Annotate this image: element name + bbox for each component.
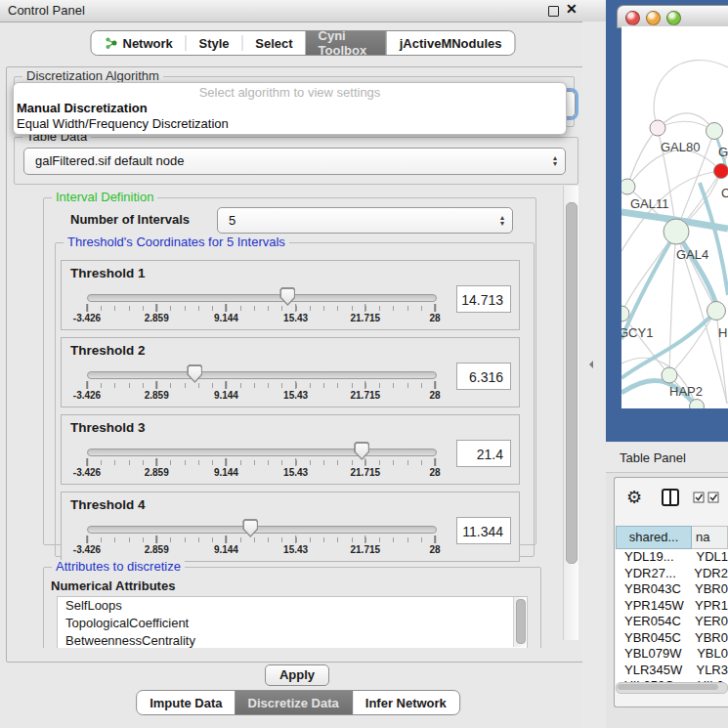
close-traffic-light[interactable] bbox=[625, 11, 640, 25]
network-node[interactable] bbox=[713, 163, 728, 179]
cell-name[interactable]: YER0 bbox=[689, 614, 728, 630]
network-view-canvas[interactable]: GAL80GGAL11CGAL4GCY1HHAP2 bbox=[621, 26, 728, 408]
slider-minor-ticks bbox=[87, 537, 436, 542]
float-window-icon[interactable] bbox=[548, 6, 559, 17]
attribute-list-item[interactable]: TopologicalCoefficient bbox=[58, 615, 527, 632]
slider-track[interactable] bbox=[87, 294, 437, 302]
slider-tick bbox=[155, 304, 157, 312]
close-icon[interactable]: ✕ bbox=[566, 1, 578, 17]
combo-arrows-icon[interactable]: ▴▾ bbox=[553, 149, 557, 174]
cell-shared-name[interactable]: YBR045C bbox=[616, 630, 689, 647]
slider-track[interactable] bbox=[87, 371, 437, 379]
table-row[interactable]: YDL19... YDL1 bbox=[616, 549, 728, 566]
table-row[interactable]: YDR27... YDR2 bbox=[616, 566, 728, 582]
algorithm-dropdown-popup: Select algorithm to view settings Manual… bbox=[13, 82, 567, 135]
cell-name[interactable]: YLR3 bbox=[690, 663, 728, 679]
cell-shared-name[interactable]: YPR145W bbox=[616, 598, 689, 615]
slider-minor-ticks bbox=[87, 383, 436, 388]
cell-name[interactable]: YDL1 bbox=[690, 549, 728, 566]
apply-button[interactable]: Apply bbox=[265, 664, 329, 686]
slider-thumb[interactable] bbox=[242, 519, 258, 537]
threshold-value-field[interactable]: 11.344 bbox=[456, 517, 511, 544]
cell-shared-name[interactable]: YDL19... bbox=[616, 549, 690, 566]
tab-infer-network[interactable]: Infer Network bbox=[352, 691, 459, 714]
tab-style[interactable]: Style bbox=[186, 31, 241, 55]
column-layout-icon[interactable] bbox=[661, 488, 680, 507]
numerical-attributes-list[interactable]: SelfLoops TopologicalCoefficient Between… bbox=[57, 596, 528, 648]
checkbox-icon[interactable] bbox=[693, 492, 705, 503]
table-horizontal-scrollbar[interactable] bbox=[616, 682, 728, 694]
threshold-slider[interactable]: -3.426 2.859 9.144 15.43 21.715 28 bbox=[87, 492, 435, 561]
control-panel-titlebar: Control Panel ✕ bbox=[0, 0, 606, 22]
attribute-list-item[interactable]: BetweennessCentrality bbox=[58, 632, 527, 648]
settings-scrollbar[interactable] bbox=[563, 186, 578, 640]
threshold-value-field[interactable]: 21.4 bbox=[456, 440, 511, 467]
network-node[interactable] bbox=[707, 301, 726, 321]
scrollbar-thumb[interactable] bbox=[566, 202, 578, 564]
threshold-slider[interactable]: -3.426 2.859 9.144 15.43 21.715 28 bbox=[87, 415, 435, 484]
cell-shared-name[interactable]: YER054C bbox=[616, 614, 689, 630]
slider-thumb[interactable] bbox=[354, 442, 369, 460]
scale-label: 9.144 bbox=[214, 467, 238, 478]
table-row[interactable]: YBR043C YBR0 bbox=[616, 581, 728, 598]
checkbox-icon[interactable] bbox=[707, 492, 719, 503]
number-of-intervals-combobox[interactable]: 5 ▴▾ bbox=[217, 207, 513, 234]
panel-splitter[interactable] bbox=[582, 21, 606, 728]
splitter-collapse-icon[interactable] bbox=[585, 361, 593, 368]
scrollbar-thumb[interactable] bbox=[516, 599, 526, 644]
cell-shared-name[interactable]: YBL079W bbox=[616, 646, 691, 663]
cell-shared-name[interactable]: YLR345W bbox=[616, 663, 690, 679]
attribute-list-item[interactable]: SelfLoops bbox=[58, 597, 527, 615]
cell-name[interactable]: YDR2 bbox=[688, 566, 728, 582]
tab-discretize-data[interactable]: Discretize Data bbox=[236, 691, 352, 714]
column-header-name[interactable]: na bbox=[692, 526, 728, 549]
network-node[interactable] bbox=[689, 399, 705, 408]
attributes-list-scrollbar[interactable] bbox=[513, 597, 526, 647]
slider-minor-ticks bbox=[87, 306, 436, 311]
combo-arrows-icon[interactable]: ▴▾ bbox=[500, 208, 504, 233]
tab-select[interactable]: Select bbox=[242, 31, 305, 55]
threshold-slider[interactable]: -3.426 2.859 9.144 15.43 21.715 28 bbox=[87, 338, 435, 407]
tab-network[interactable]: Network bbox=[92, 31, 186, 55]
table-row[interactable]: YLR345W YLR3 bbox=[616, 663, 728, 679]
network-node[interactable] bbox=[650, 120, 666, 137]
zoom-traffic-light[interactable] bbox=[666, 11, 681, 25]
scale-label: 15.43 bbox=[283, 390, 308, 401]
table-data-combobox[interactable]: galFiltered.sif default node ▴▾ bbox=[23, 148, 566, 175]
network-edges bbox=[621, 26, 728, 408]
network-node[interactable] bbox=[662, 367, 678, 384]
minimize-traffic-light[interactable] bbox=[646, 11, 661, 25]
table-row[interactable]: YPR145W YPR1 bbox=[616, 598, 728, 615]
slider-tick bbox=[295, 304, 297, 312]
node-table[interactable]: YDL19... YDL1 YDR27... YDR2 YBR043C YBR0… bbox=[616, 549, 728, 684]
gear-icon[interactable]: ⚙ bbox=[626, 487, 642, 508]
cell-name[interactable]: YBR0 bbox=[689, 630, 728, 647]
cell-name[interactable]: YBL0 bbox=[691, 646, 728, 663]
table-row[interactable]: YBL079W YBL0 bbox=[616, 646, 728, 663]
threshold-value-field[interactable]: 6.316 bbox=[456, 363, 511, 390]
network-node[interactable] bbox=[664, 219, 690, 245]
table-row[interactable]: YER054C YER0 bbox=[616, 614, 728, 630]
threshold-value-field[interactable]: 14.713 bbox=[456, 285, 511, 313]
slider-thumb[interactable] bbox=[279, 287, 295, 306]
tab-cyni-toolbox[interactable]: Cyni Toolbox bbox=[306, 31, 386, 55]
column-header-shared-name[interactable]: shared... bbox=[616, 526, 692, 549]
scale-label: 2.859 bbox=[145, 390, 169, 401]
cell-name[interactable]: YBR0 bbox=[689, 581, 728, 598]
tab-jactivemnodules[interactable]: jActiveMNodules bbox=[386, 31, 515, 55]
slider-thumb[interactable] bbox=[187, 364, 202, 383]
cell-shared-name[interactable]: YBR043C bbox=[616, 581, 689, 598]
cell-name[interactable]: YPR1 bbox=[689, 598, 728, 615]
dropdown-option-manual[interactable]: Manual Discretization bbox=[14, 101, 566, 116]
slider-track[interactable] bbox=[87, 526, 437, 534]
scale-label: 28 bbox=[429, 467, 440, 478]
threshold-slider[interactable]: -3.426 2.859 9.144 15.43 21.715 28 bbox=[87, 261, 435, 329]
scrollbar-thumb[interactable] bbox=[618, 684, 718, 690]
control-panel-tabs: Network Style Select Cyni Toolbox jActiv… bbox=[91, 30, 516, 56]
cell-shared-name[interactable]: YDR27... bbox=[616, 566, 688, 582]
slider-track[interactable] bbox=[87, 449, 437, 456]
dropdown-option-equal-width[interactable]: Equal Width/Frequency Discretization bbox=[14, 116, 566, 132]
tab-impute-data[interactable]: Impute Data bbox=[137, 691, 235, 714]
network-node[interactable] bbox=[706, 122, 723, 140]
table-row[interactable]: YBR045C YBR0 bbox=[616, 630, 728, 647]
